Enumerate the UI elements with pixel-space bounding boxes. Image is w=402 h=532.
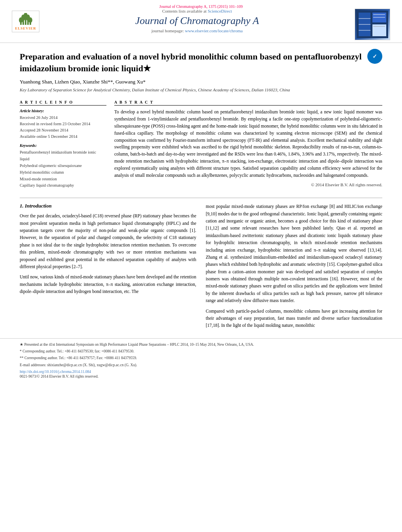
intro-para-3: most popular mixed-mode stationary phase…: [206, 203, 382, 304]
elsevier-logo-box: ELSEVIER: [12, 11, 39, 32]
homepage-label: journal homepage:: [151, 28, 184, 33]
footnote-4: E-mail addresses: shixianzhe@dicp.ac.cn …: [20, 362, 382, 368]
keyword-4: Mixed-mode retention: [20, 176, 106, 183]
body-left-col: 1. Introduction Over the past decades, o…: [20, 203, 196, 332]
page: Journal of Chromatography A, 1375 (2015)…: [0, 0, 402, 532]
keyword-3: Hybrid monolithic column: [20, 169, 106, 176]
affiliation: Key Laboratory of Separation Science for…: [20, 87, 382, 92]
article-info-label: A R T I C L E I N F O: [20, 100, 106, 106]
journal-center: Contents lists available at ScienceDirec…: [39, 9, 355, 35]
elsevier-tree-icon: [18, 13, 33, 26]
article-title: Preparation and evaluation of a novel hy…: [20, 51, 382, 74]
section-divider: [20, 198, 382, 198]
info-abstract-columns: A R T I C L E I N F O Article history: R…: [0, 100, 402, 193]
available-label: Contents lists available at: [162, 9, 207, 13]
intro-para-2: Until now, various kinds of mixed-mode s…: [20, 273, 196, 295]
authors: Yuanhong Shan, Lizhen Qiao, Xianzhe Shi*…: [20, 79, 382, 85]
received-date: Received 26 July 2014: [20, 115, 106, 121]
crossmark-circle: ✓: [367, 49, 382, 64]
intro-heading: 1. Introduction: [20, 203, 196, 209]
abstract-column: A B S T R A C T To develop a novel hybri…: [114, 100, 382, 193]
keywords-label: Keywords:: [20, 143, 106, 148]
footer-links: http://dx.doi.org/10.1016/j.chroma.2014.…: [20, 370, 382, 378]
journal-cover-image: [355, 9, 390, 40]
article-history: Article history: Received 26 July 2014 R…: [20, 109, 106, 139]
copyright: © 2014 Elsevier B.V. All rights reserved…: [114, 182, 382, 187]
footnote-2: * Corresponding author. Tel.: +86 411 84…: [20, 348, 382, 354]
received-revised-date: Received in revised form 23 October 2014: [20, 121, 106, 127]
homepage-line: journal homepage: www.elsevier.com/locat…: [47, 28, 347, 33]
article-title-container: ✓ Preparation and evaluation of a novel …: [20, 51, 382, 74]
homepage-url[interactable]: www.elsevier.com/locate/chroma: [185, 28, 243, 33]
keywords-section: Keywords: Pentafluorobenzyl imidazolium …: [20, 143, 106, 189]
keyword-5: Capillary liquid chromatography: [20, 182, 106, 189]
doi-link[interactable]: http://dx.doi.org/10.1016/j.chroma.2014.…: [20, 370, 382, 374]
history-label: Article history:: [20, 109, 106, 113]
footnote-3: ** Corresponding author. Tel.: +86 411 8…: [20, 355, 382, 361]
body-columns: 1. Introduction Over the past decades, o…: [0, 203, 402, 332]
abstract-text: To develop a novel hybrid monolithic col…: [114, 109, 382, 179]
keyword-1: Pentafluorobenzyl imidazolium bromide io…: [20, 149, 106, 163]
body-right-col: most popular mixed-mode stationary phase…: [206, 203, 382, 332]
svg-point-9: [28, 17, 32, 23]
elsevier-logo: ELSEVIER: [12, 11, 39, 32]
article-section: ✓ Preparation and evaluation of a novel …: [0, 43, 402, 100]
intro-para-4: Compared with particle-packed columns, m…: [206, 308, 382, 329]
footnote-1: ★ Presented at the 41st International Sy…: [20, 342, 382, 347]
journal-top-bar: ELSEVIER Contents lists available at Sci…: [12, 9, 390, 40]
elsevier-label: ELSEVIER: [15, 26, 36, 30]
article-info-column: A R T I C L E I N F O Article history: R…: [20, 100, 106, 193]
available-text: Contents lists available at ScienceDirec…: [47, 9, 347, 13]
crossmark-badge: ✓: [367, 49, 382, 64]
accepted-date: Accepted 28 November 2014: [20, 127, 106, 133]
abstract-label: A B S T R A C T: [114, 100, 382, 106]
intro-para-1: Over the past decades, octadecyl-based (…: [20, 212, 196, 270]
issn-line: 0021-9673/© 2014 Elsevier B.V. All right…: [20, 374, 99, 378]
keyword-2: Polyhedral oligomeric silsesquioxane: [20, 163, 106, 169]
available-online-date: Available online 5 December 2014: [20, 133, 106, 140]
doi-bar: Journal of Chromatography A, 1375 (2015)…: [12, 3, 390, 9]
sciencedirect-link[interactable]: ScienceDirect: [208, 9, 232, 13]
footer: ★ Presented at the 41st International Sy…: [0, 338, 402, 381]
keywords-list: Pentafluorobenzyl imidazolium bromide io…: [20, 149, 106, 189]
doi-bar-text: Journal of Chromatography A, 1375 (2015)…: [159, 4, 242, 9]
cover-svg: [357, 11, 388, 38]
journal-title-header: Journal of Chromatography A: [47, 15, 347, 27]
journal-header: Journal of Chromatography A, 1375 (2015)…: [0, 0, 402, 43]
